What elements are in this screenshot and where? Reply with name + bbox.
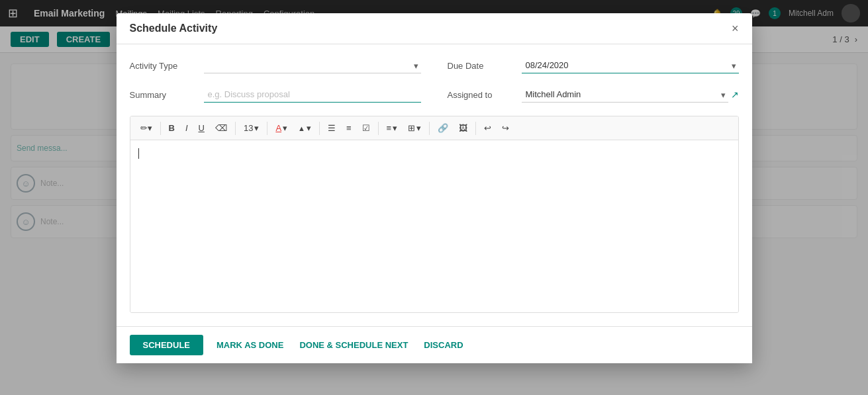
toolbar-sep-1 [160,122,161,135]
table-button[interactable]: ⊞ ▾ [403,120,426,136]
eraser-icon: ⌫ [215,123,227,133]
editor-cursor [138,148,139,159]
align-icon: ≡ [387,123,392,133]
form-row-1: Activity Type Email Phone Call Meeting ▾… [130,58,739,73]
bullet-list-icon: ☰ [328,123,336,133]
summary-input[interactable] [204,87,421,103]
schedule-button[interactable]: SCHEDULE [130,335,204,355]
editor-toolbar: ✏ ▾ B I U ⌫ [130,116,738,140]
summary-label: Summary [130,90,196,100]
toolbar-sep-3 [267,122,267,135]
redo-icon: ↪ [502,123,509,133]
modal-header: Schedule Activity × [117,13,752,44]
pen-dropdown-button[interactable]: ✏ ▾ [136,120,157,136]
assigned-to-wrapper: Mitchell Admin ▾ ↗ [522,87,739,103]
modal-footer: SCHEDULE MARK AS DONE DONE & SCHEDULE NE… [117,326,752,363]
editor-content[interactable] [130,140,738,312]
activity-type-wrapper: Email Phone Call Meeting ▾ [204,58,421,73]
toolbar-sep-6 [429,122,430,135]
pen-chevron-icon: ▾ [148,123,152,133]
pen-icon: ✏ [140,123,148,133]
done-schedule-next-button[interactable]: DONE & SCHEDULE NEXT [297,335,410,355]
link-icon: 🔗 [438,123,448,133]
mark-as-done-button[interactable]: MARK AS DONE [214,335,286,355]
undo-button[interactable]: ↩ [479,120,496,136]
font-color-button[interactable]: A ▾ [271,120,292,136]
rich-text-editor: ✏ ▾ B I U ⌫ [130,116,739,313]
checkbox-icon: ☑ [362,123,370,133]
highlight-icon: ▲ [298,124,305,132]
number-list-button[interactable]: ≡ [342,120,356,136]
activity-type-label: Activity Type [130,61,196,71]
activity-type-select[interactable]: Email Phone Call Meeting [204,58,421,73]
toolbar-sep-5 [378,122,379,135]
bullet-list-button[interactable]: ☰ [323,120,340,136]
assigned-to-select-wrapper: Mitchell Admin ▾ [522,87,728,103]
font-size-button[interactable]: 13 ▾ [239,120,264,136]
modal-body: Activity Type Email Phone Call Meeting ▾… [117,44,752,326]
external-link-button[interactable]: ↗ [731,89,739,100]
align-button[interactable]: ≡ ▾ [382,120,403,136]
schedule-activity-modal: Schedule Activity × Activity Type Email … [117,13,752,363]
highlight-button[interactable]: ▲ ▾ [293,120,316,136]
table-icon: ⊞ [408,123,415,133]
due-date-label: Due Date [448,61,514,71]
image-button[interactable]: 🖼 [454,120,472,136]
number-list-icon: ≡ [346,123,352,133]
toolbar-sep-4 [319,122,320,135]
assigned-to-select[interactable]: Mitchell Admin [522,87,728,103]
assigned-to-label: Assigned to [448,90,514,100]
link-button[interactable]: 🔗 [433,120,453,136]
discard-button[interactable]: DISCARD [421,335,465,355]
highlight-chevron-icon: ▾ [307,123,311,133]
image-icon: 🖼 [459,123,467,133]
redo-button[interactable]: ↪ [497,120,514,136]
bold-button[interactable]: B [164,120,179,136]
fontsize-chevron-icon: ▾ [254,123,259,133]
align-chevron-icon: ▾ [393,123,397,133]
italic-button[interactable]: I [181,120,193,136]
activity-type-group: Activity Type Email Phone Call Meeting ▾ [130,58,421,73]
toolbar-sep-2 [235,122,236,135]
underline-button[interactable]: U [194,120,209,136]
modal-overlay: Schedule Activity × Activity Type Email … [0,0,868,395]
fontcolor-chevron-icon: ▾ [283,123,287,133]
toolbar-sep-7 [475,122,476,135]
form-row-2: Summary Assigned to Mitchell Admin ▾ ↗ [130,87,739,103]
summary-group: Summary [130,87,421,103]
table-chevron-icon: ▾ [416,123,421,133]
assigned-to-group: Assigned to Mitchell Admin ▾ ↗ [448,87,739,103]
eraser-button[interactable]: ⌫ [211,120,232,136]
checkbox-button[interactable]: ☑ [358,120,375,136]
due-date-wrapper: ▾ [522,58,739,73]
close-button[interactable]: × [732,22,739,34]
due-date-input[interactable] [522,58,739,73]
due-date-group: Due Date ▾ [448,58,739,73]
modal-title: Schedule Activity [130,22,218,34]
undo-icon: ↩ [484,123,491,133]
